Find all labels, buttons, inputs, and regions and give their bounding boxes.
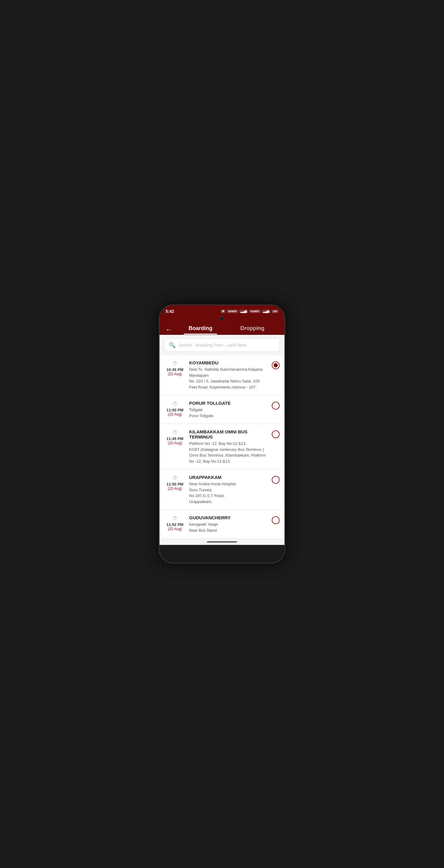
- status-time: 5:42: [166, 309, 174, 314]
- time-value-kilambakkam: 11:45 PM: [167, 436, 183, 441]
- stop-name-koyambedu: KOYAMBEDU: [189, 360, 268, 365]
- status-icons: ⌘ VoWiFi ▂▄▆ VoWiFi ▂▄▆ 100: [220, 310, 278, 313]
- signal-bars-2: ▂▄▆: [262, 310, 270, 313]
- radio-inner-selected: [273, 363, 278, 367]
- radio-button-porur[interactable]: [272, 402, 279, 410]
- boarding-item-urappakkam[interactable]: ⏱ 11:50 PM (22-Aug) URAPPAKKAM Near Arok…: [159, 470, 285, 510]
- clock-icon-guduvancherry: ⏱: [173, 516, 177, 521]
- info-col-koyambedu: KOYAMBEDU Next To Nathella Sulochanamma …: [189, 360, 268, 390]
- clock-icon-kilambakkam: ⏱: [173, 430, 177, 435]
- signal-bars: ▂▄▆: [239, 310, 248, 313]
- info-col-guduvancherry: GUDUVANCHERRY karuppatti kaapiNear Bus S…: [189, 515, 268, 533]
- radio-button-koyambedu[interactable]: [272, 361, 279, 369]
- notch-camera: [220, 317, 224, 320]
- clock-icon: ⏱: [173, 361, 177, 366]
- clock-icon-porur: ⏱: [173, 401, 177, 407]
- home-indicator: [159, 539, 285, 545]
- search-bar[interactable]: 🔍 Search : Boarding Point , Land Mark: [165, 338, 279, 352]
- time-col-guduvancherry: ⏱ 11:52 PM (22-Aug): [165, 515, 185, 531]
- info-col-porur: PORUR TOLLGATE TollgatePorur Tollgate: [189, 401, 268, 418]
- time-date-porur: (22-Aug): [168, 412, 182, 416]
- tab-boarding[interactable]: Boarding: [184, 325, 217, 335]
- boarding-item-koyambedu[interactable]: ⏱ 10:45 PM (22-Aug) KOYAMBEDU Next To Na…: [159, 355, 285, 395]
- time-col-porur: ⏱ 11:00 PM (22-Aug): [165, 401, 185, 416]
- boarding-item-guduvancherry[interactable]: ⏱ 11:52 PM (22-Aug) GUDUVANCHERRY karupp…: [159, 510, 285, 538]
- clock-icon-urappakkam: ⏱: [173, 475, 177, 481]
- header: ← Boarding Dropping: [159, 321, 285, 335]
- stop-name-kilambakkam: KILAMBAKKAM OMNI BUS TERMINUS: [189, 429, 268, 439]
- radio-col-koyambedu[interactable]: [272, 360, 279, 369]
- vowifi-badge-2: VoWiFi: [249, 310, 261, 313]
- info-col-kilambakkam: KILAMBAKKAM OMNI BUS TERMINUS Platform N…: [189, 429, 268, 464]
- radio-col-urappakkam[interactable]: [272, 475, 279, 484]
- stop-details-kilambakkam: Platform No -12, Bay No-12 &13KCBT (Kala…: [189, 441, 268, 464]
- wifi-icon: ⌘: [220, 310, 226, 313]
- search-placeholder-text: Search : Boarding Point , Land Mark: [179, 343, 247, 347]
- radio-button-kilambakkam[interactable]: [272, 430, 279, 438]
- stop-details-koyambedu: Next To Nathella Sulochanamma Kalyana Ma…: [189, 367, 268, 390]
- notch: [159, 316, 285, 321]
- time-value-guduvancherry: 11:52 PM: [167, 522, 183, 527]
- boarding-points-list: ⏱ 10:45 PM (22-Aug) KOYAMBEDU Next To Na…: [159, 355, 285, 539]
- header-tabs: Boarding Dropping: [175, 325, 278, 335]
- vowifi-badge: VoWiFi: [227, 310, 238, 313]
- time-date-urappakkam: (22-Aug): [168, 487, 182, 491]
- back-button[interactable]: ←: [166, 324, 175, 335]
- time-value-urappakkam: 11:50 PM: [167, 482, 183, 487]
- radio-col-guduvancherry[interactable]: [272, 515, 279, 524]
- boarding-item-porur[interactable]: ⏱ 11:00 PM (22-Aug) PORUR TOLLGATE Tollg…: [159, 396, 285, 424]
- radio-button-urappakkam[interactable]: [272, 476, 279, 484]
- time-col-kilambakkam: ⏱ 11:45 PM (22-Aug): [165, 429, 185, 445]
- time-col-koyambedu: ⏱ 10:45 PM (22-Aug): [165, 360, 185, 376]
- stop-details-porur: TollgatePorur Tollgate: [189, 407, 268, 418]
- info-col-urappakkam: URAPPAKKAM Near Arokia Annai HospitalGur…: [189, 475, 268, 504]
- search-icon: 🔍: [169, 342, 176, 348]
- stop-name-porur: PORUR TOLLGATE: [189, 401, 268, 406]
- radio-col-kilambakkam[interactable]: [272, 429, 279, 438]
- search-bar-container: 🔍 Search : Boarding Point , Land Mark: [159, 335, 285, 355]
- boarding-item-kilambakkam[interactable]: ⏱ 11:45 PM (22-Aug) KILAMBAKKAM OMNI BUS…: [159, 424, 285, 469]
- phone-frame: 5:42 ⌘ VoWiFi ▂▄▆ VoWiFi ▂▄▆ 100 ← Board…: [159, 304, 285, 564]
- radio-col-porur[interactable]: [272, 401, 279, 410]
- stop-details-guduvancherry: karuppatti kaapiNear Bus Stand: [189, 521, 268, 533]
- battery-badge: 100: [271, 310, 278, 313]
- stop-name-guduvancherry: GUDUVANCHERRY: [189, 515, 268, 520]
- home-bar: [207, 541, 237, 542]
- time-value: 10:45 PM: [167, 367, 183, 372]
- radio-button-guduvancherry[interactable]: [272, 516, 279, 524]
- time-value-porur: 11:00 PM: [167, 408, 183, 412]
- time-date-guduvancherry: (22-Aug): [168, 527, 182, 531]
- tab-dropping[interactable]: Dropping: [236, 325, 269, 335]
- time-col-urappakkam: ⏱ 11:50 PM (22-Aug): [165, 475, 185, 491]
- stop-details-urappakkam: Near Arokia Annai HospitalGuru Travels,N…: [189, 481, 268, 504]
- status-bar: 5:42 ⌘ VoWiFi ▂▄▆ VoWiFi ▂▄▆ 100: [159, 305, 285, 316]
- time-date-kilambakkam: (22-Aug): [168, 441, 182, 445]
- time-date: (22-Aug): [168, 372, 182, 376]
- stop-name-urappakkam: URAPPAKKAM: [189, 475, 268, 480]
